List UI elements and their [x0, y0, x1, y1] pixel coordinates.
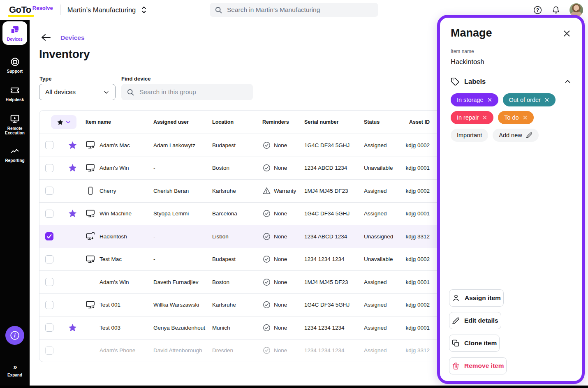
col-serial-number[interactable]: Serial number [304, 119, 364, 125]
label-chip-important[interactable]: Important [451, 129, 488, 142]
row-checkbox[interactable] [45, 141, 53, 149]
find-device-label: Find device [121, 76, 151, 82]
breadcrumb-devices[interactable]: Devices [60, 34, 85, 42]
check-circle-icon [262, 209, 271, 218]
table-row[interactable]: Cherry Cherish Beran Karlsruhe Warranty … [39, 179, 444, 202]
col-reminders[interactable]: Reminders [262, 119, 304, 125]
reminder: None [274, 256, 287, 262]
sidebar-item-remote-execution[interactable]: Remote Execution [0, 114, 30, 135]
check-circle-icon [262, 164, 271, 172]
item-name: Test 001 [100, 302, 120, 308]
notifications-bell-icon[interactable] [551, 5, 560, 15]
sidebar-item-label: Reporting [5, 158, 24, 163]
col-status[interactable]: Status [364, 119, 405, 125]
assigned-user: Cherish Beran [153, 188, 212, 194]
check-circle-icon [262, 255, 271, 263]
table-row[interactable]: Test Mac - Budapest None 1234 1234 1234 … [39, 248, 444, 271]
item-name: Test 003 [100, 325, 120, 331]
svg-text:?: ? [536, 7, 539, 13]
labels-section-header[interactable]: Labels [451, 77, 571, 86]
trash-icon [452, 362, 460, 370]
global-search-input[interactable] [226, 6, 373, 14]
help-icon[interactable]: ? [533, 5, 542, 15]
find-device-search[interactable] [121, 84, 253, 100]
assigned-user: Genya Bezuidenhout [153, 325, 212, 331]
col-assigned-user[interactable]: Assigned user [153, 119, 212, 125]
remove-label-icon[interactable] [544, 97, 549, 102]
favorite-star-icon[interactable] [68, 323, 77, 333]
sidebar-item-reporting[interactable]: Reporting [0, 147, 30, 163]
find-device-input[interactable] [139, 88, 248, 96]
sidebar-item-support[interactable]: Support [0, 57, 30, 74]
inventory-table: Item name Assigned user Location Reminde… [39, 110, 445, 362]
close-icon[interactable] [563, 29, 571, 38]
reminder: Warranty [274, 188, 296, 194]
item-name: Win Machine [100, 210, 132, 217]
global-search[interactable] [210, 3, 378, 17]
reminder: None [274, 302, 287, 308]
label-chip-in-storage[interactable]: In storage [451, 93, 498, 106]
col-location[interactable]: Location [212, 119, 262, 125]
sidebar-item-helpdesk[interactable]: Helpdesk [0, 85, 30, 102]
col-item-name[interactable]: Item name [86, 119, 153, 125]
devices-icon [9, 25, 20, 35]
table-row[interactable]: Hackintosh - Lisbon None 1234 ABCD 1234 … [39, 225, 444, 248]
table-row[interactable]: Adam's Phone David Attenborough Dresden … [39, 339, 444, 362]
serial-number: 1MJ4 MJ45 DF23 [304, 188, 364, 194]
remove-label-icon[interactable] [487, 97, 492, 102]
location: Karlsruhe [212, 302, 262, 308]
table-row[interactable]: Adam's Win - Boston None 1234 ABCD 1234 … [39, 157, 444, 180]
sidebar-expand-button[interactable]: » Expand [7, 364, 22, 377]
label-chip-add-new[interactable]: Add new [493, 129, 538, 142]
row-checkbox[interactable] [45, 164, 53, 172]
favorite-star-icon[interactable] [68, 209, 77, 218]
favorites-filter[interactable] [51, 115, 76, 129]
location: Budapest [212, 142, 262, 148]
remove-label-icon[interactable] [482, 115, 487, 120]
serial-number: 1234 1234 1234 [304, 347, 364, 353]
serial-number: 1234 ABCD 1234 [304, 165, 364, 171]
organization-name[interactable]: Martin’s Manufacturing [67, 6, 136, 14]
label-chip-to-do[interactable]: To do [498, 111, 533, 124]
item-name: Adam's Phone [100, 347, 135, 353]
row-checkbox[interactable] [45, 346, 53, 355]
row-checkbox[interactable] [45, 232, 53, 240]
row-checkbox[interactable] [45, 210, 53, 218]
favorite-star-icon[interactable] [68, 163, 77, 173]
back-button[interactable] [41, 32, 51, 42]
item-name: Test Mac [100, 256, 122, 262]
row-checkbox[interactable] [45, 187, 53, 195]
assign-item-button[interactable]: Assign item [449, 289, 504, 307]
goto-logo[interactable]: GoTo Resolve [9, 6, 53, 14]
table-row[interactable]: Adam's Mac Adam Laskowytz Budapest None … [39, 134, 444, 157]
assigned-user: - [153, 233, 212, 240]
chevron-up-icon[interactable] [564, 78, 571, 85]
table-row[interactable]: Test 001 Willka Warszawski Karlsruhe Non… [39, 293, 444, 316]
serial-number: 1234 1234 1234 [304, 325, 364, 331]
status: Assigned [364, 302, 405, 308]
assigned-user: Styopa Lemmi [153, 210, 212, 217]
clone-item-button[interactable]: Clone item [449, 335, 500, 352]
info-button[interactable]: i [5, 326, 24, 345]
check-circle-icon [262, 300, 271, 309]
support-icon [10, 57, 20, 67]
remove-label-icon[interactable] [523, 115, 528, 120]
row-checkbox[interactable] [45, 323, 53, 332]
reminder: None [274, 165, 287, 171]
table-row[interactable]: Adam's Win Daveth Furnadjiev Boston None… [39, 270, 444, 293]
label-chip-in-repair[interactable]: In repair [451, 111, 493, 124]
edit-details-button[interactable]: Edit details [449, 312, 501, 329]
table-row[interactable]: Win Machine Styopa Lemmi Barcelona None … [39, 202, 444, 225]
favorite-star-icon[interactable] [68, 141, 77, 150]
sidebar-item-devices[interactable]: Devices [2, 21, 27, 45]
organization-selector-icon[interactable] [141, 6, 147, 14]
row-checkbox[interactable] [45, 301, 53, 309]
row-checkbox[interactable] [45, 255, 53, 263]
table-row[interactable]: Test 003 Genya Bezuidenhout Munich None … [39, 316, 444, 339]
row-checkbox[interactable] [45, 278, 53, 286]
remove-item-button[interactable]: Remove item [449, 357, 507, 374]
sidebar-item-label: Helpdesk [6, 97, 24, 102]
status: Assigned [364, 325, 405, 331]
type-dropdown[interactable]: All devices [39, 84, 116, 100]
label-chip-out-of-order[interactable]: Out of order [503, 93, 556, 106]
